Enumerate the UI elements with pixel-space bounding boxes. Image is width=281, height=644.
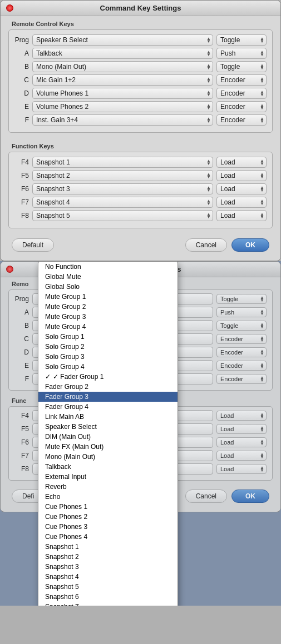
fn-command-select-wrap: Snapshot 1 ▲▼ — [32, 157, 213, 168]
bg-fn-type-select[interactable]: Load — [216, 437, 267, 447]
command-select[interactable]: Talkback — [32, 48, 213, 59]
fn-command-select[interactable]: Snapshot 4 — [32, 197, 213, 208]
cancel-button[interactable]: Cancel — [185, 238, 227, 252]
type-select[interactable]: Encoder — [216, 74, 267, 86]
dropdown-item[interactable]: Echo — [38, 492, 178, 502]
remote-row-a: A Talkback ▲▼ Push ▲▼ — [14, 48, 267, 59]
fn-command-select[interactable]: Snapshot 5 — [32, 210, 213, 221]
dropdown-menu[interactable]: No FunctionGlobal MuteGlobal SoloMute Gr… — [38, 261, 178, 606]
dropdown-item[interactable]: Speaker B Select — [38, 422, 178, 432]
bg-type-select[interactable]: Encoder — [216, 374, 267, 384]
dropdown-item[interactable]: Mono (Main Out) — [38, 452, 178, 462]
dropdown-item[interactable]: Global Solo — [38, 282, 178, 292]
dropdown-item[interactable]: Snapshot 6 — [38, 592, 178, 602]
fn-type-select[interactable]: Load — [216, 170, 267, 181]
type-select[interactable]: Push — [216, 48, 267, 59]
fn-type-select-wrap: Load ▲▼ — [216, 170, 267, 181]
dropdown-item[interactable]: Fader Group 2 — [38, 382, 178, 392]
command-select[interactable]: Inst. Gain 3+4 — [32, 114, 213, 126]
dropdown-item[interactable]: Link Main AB — [38, 412, 178, 422]
bg-fn-type-select[interactable]: Load — [216, 464, 267, 474]
bg-type-wrap: Encoder ▲▼ — [216, 334, 267, 344]
bg-fn-type-select[interactable]: Load — [216, 411, 267, 421]
bg-ok-button[interactable]: OK — [231, 490, 269, 503]
default-button[interactable]: Default — [12, 238, 54, 252]
dropdown-item[interactable]: Mute Group 4 — [38, 322, 178, 332]
fn-row-f8: F8 Snapshot 5 ▲▼ Load ▲▼ — [14, 210, 267, 221]
dropdown-item[interactable]: Global Mute — [38, 272, 178, 282]
command-select[interactable]: Volume Phones 1 — [32, 88, 213, 99]
remote-section-label: Remote Control Keys — [1, 16, 280, 29]
dropdown-item[interactable]: Snapshot 2 — [38, 552, 178, 562]
fn-type-select[interactable]: Load — [216, 183, 267, 194]
type-select[interactable]: Encoder — [216, 114, 267, 126]
dropdown-item[interactable]: Mute FX (Main Out) — [38, 442, 178, 452]
dropdown-item[interactable]: Cue Phones 4 — [38, 532, 178, 542]
fn-command-select-wrap: Snapshot 4 ▲▼ — [32, 197, 213, 208]
dropdown-item[interactable]: Mute Group 3 — [38, 312, 178, 322]
dropdown-item[interactable]: Snapshot 3 — [38, 562, 178, 572]
bg-fn-type-select[interactable]: Load — [216, 451, 267, 461]
bg-type-select[interactable]: Encoder — [216, 347, 267, 357]
bg-cancel-button[interactable]: Cancel — [185, 490, 227, 503]
bg-type-select[interactable]: Encoder — [216, 361, 267, 371]
dialog-title: Command Key Settings — [100, 4, 181, 12]
fn-key: F6 — [14, 185, 32, 193]
bg-type-select[interactable]: Push — [216, 307, 267, 317]
bg-fn-type-wrap: Load ▲▼ — [216, 464, 267, 474]
remote-row-f: F Inst. Gain 3+4 ▲▼ Encoder ▲▼ — [14, 114, 267, 126]
bg-fn-key: F5 — [14, 425, 32, 433]
dropdown-item[interactable]: Solo Group 3 — [38, 352, 178, 362]
close-button[interactable] — [6, 4, 13, 12]
dropdown-item[interactable]: Solo Group 2 — [38, 342, 178, 352]
bg-fn-type-select[interactable]: Load — [216, 424, 267, 434]
fn-command-select[interactable]: Snapshot 2 — [32, 170, 213, 181]
bg-type-wrap: Toggle ▲▼ — [216, 294, 267, 304]
dropdown-item[interactable]: Snapshot 5 — [38, 582, 178, 592]
type-select[interactable]: Encoder — [216, 101, 267, 112]
fn-type-select[interactable]: Load — [216, 210, 267, 221]
dropdown-item[interactable]: Solo Group 4 — [38, 362, 178, 372]
fn-command-select[interactable]: Snapshot 3 — [32, 183, 213, 194]
dropdown-item[interactable]: Fader Group 3 — [38, 392, 178, 402]
command-select[interactable]: Volume Phones 2 — [32, 101, 213, 112]
dropdown-item[interactable]: Mute Group 1 — [38, 292, 178, 302]
fn-command-select[interactable]: Snapshot 1 — [32, 157, 213, 168]
fn-type-select[interactable]: Load — [216, 197, 267, 208]
bg-type-select[interactable]: Toggle — [216, 294, 267, 304]
dropdown-item[interactable]: External Input — [38, 472, 178, 482]
row-key: A — [14, 49, 32, 57]
dropdown-item[interactable]: Mute Group 2 — [38, 302, 178, 312]
fn-type-select-wrap: Load ▲▼ — [216, 183, 267, 194]
dropdown-item[interactable]: Reverb — [38, 482, 178, 492]
command-select[interactable]: Speaker B Select — [32, 34, 213, 46]
dropdown-item[interactable]: ✓ Fader Group 1 — [38, 372, 178, 382]
dropdown-item[interactable]: Talkback — [38, 462, 178, 472]
command-select[interactable]: Mic Gain 1+2 — [32, 74, 213, 86]
fn-type-select-wrap: Load ▲▼ — [216, 210, 267, 221]
ok-button[interactable]: OK — [231, 238, 269, 252]
command-select[interactable]: Mono (Main Out) — [32, 61, 213, 72]
remote-row-c: C Mic Gain 1+2 ▲▼ Encoder ▲▼ — [14, 74, 267, 86]
type-select-wrap: Encoder ▲▼ — [216, 101, 267, 112]
dropdown-item[interactable]: Snapshot 4 — [38, 572, 178, 582]
type-select[interactable]: Toggle — [216, 34, 267, 46]
type-select[interactable]: Encoder — [216, 88, 267, 99]
type-select[interactable]: Toggle — [216, 61, 267, 72]
fn-type-select[interactable]: Load — [216, 157, 267, 168]
dropdown-item[interactable]: Cue Phones 2 — [38, 512, 178, 522]
bg-type-wrap: Push ▲▼ — [216, 307, 267, 317]
command-select-wrap: Volume Phones 2 ▲▼ — [32, 101, 213, 112]
dropdown-item[interactable]: Cue Phones 1 — [38, 502, 178, 512]
bg-type-select[interactable]: Toggle — [216, 321, 267, 331]
dropdown-item[interactable]: Fader Group 4 — [38, 402, 178, 412]
dropdown-item[interactable]: Snapshot 7 — [38, 602, 178, 606]
bg-type-select[interactable]: Encoder — [216, 334, 267, 344]
dropdown-item[interactable]: Snapshot 1 — [38, 542, 178, 552]
dropdown-item[interactable]: Solo Group 1 — [38, 332, 178, 342]
dropdown-item[interactable]: No Function — [38, 262, 178, 272]
bg-fn-type-wrap: Load ▲▼ — [216, 437, 267, 447]
row-key: B — [14, 63, 32, 71]
dropdown-item[interactable]: Cue Phones 3 — [38, 522, 178, 532]
dropdown-item[interactable]: DIM (Main Out) — [38, 432, 178, 442]
